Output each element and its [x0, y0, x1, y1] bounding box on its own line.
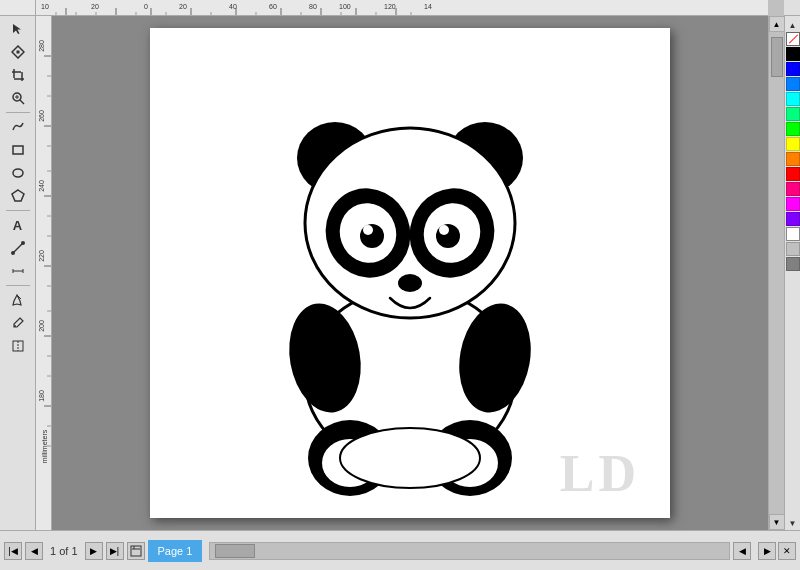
color-swatch-sky[interactable]: [786, 77, 800, 91]
color-swatch-rose[interactable]: [786, 182, 800, 196]
no-fill-swatch[interactable]: [786, 32, 800, 46]
snap-toggle[interactable]: ▶: [758, 542, 776, 560]
svg-text:120: 120: [384, 3, 396, 10]
prev-page-button[interactable]: ◀: [25, 542, 43, 560]
bottom-toolbar: ▶ ✕: [758, 542, 796, 560]
app-container: 10 20 0 20 40 60 80 100 120 14: [0, 0, 800, 570]
svg-line-42: [13, 243, 23, 253]
svg-rect-39: [13, 146, 23, 154]
polygon-tool[interactable]: [7, 185, 29, 207]
color-scroll-up[interactable]: ▲: [786, 18, 800, 32]
node-edit-tool[interactable]: [7, 41, 29, 63]
color-panel: ▲ ▼: [784, 16, 800, 530]
scrollbar-vertical[interactable]: ▲ ▼: [768, 16, 784, 530]
svg-text:260: 260: [38, 110, 45, 122]
svg-text:60: 60: [269, 3, 277, 10]
color-swatch-blue[interactable]: [786, 62, 800, 76]
crop-tool[interactable]: [7, 64, 29, 86]
interactive-fill-tool[interactable]: [7, 335, 29, 357]
color-swatch-magenta[interactable]: [786, 197, 800, 211]
svg-text:200: 200: [38, 320, 45, 332]
scroll-down-button[interactable]: ▼: [769, 514, 785, 530]
ellipse-tool[interactable]: [7, 162, 29, 184]
svg-point-43: [11, 251, 15, 255]
scroll-left-button[interactable]: ◀: [733, 542, 751, 560]
toolbar-divider3: [6, 285, 30, 286]
color-swatch-violet[interactable]: [786, 212, 800, 226]
color-swatch-gray[interactable]: [786, 257, 800, 271]
rectangle-tool[interactable]: [7, 139, 29, 161]
ruler-corner-right: [784, 0, 800, 16]
svg-text:220: 220: [38, 250, 45, 262]
svg-text:10: 10: [41, 3, 49, 10]
svg-point-49: [14, 325, 16, 327]
next-page-button[interactable]: ▶: [85, 542, 103, 560]
svg-point-44: [21, 241, 25, 245]
ruler-vertical: 280 260 240 220 200 180: [36, 16, 52, 530]
grid-toggle[interactable]: ✕: [778, 542, 796, 560]
pointer-tool[interactable]: [7, 18, 29, 40]
color-swatch-spring[interactable]: [786, 107, 800, 121]
scroll-thumb[interactable]: [771, 37, 783, 77]
zoom-tool[interactable]: [7, 87, 29, 109]
canvas-page[interactable]: LD: [150, 28, 670, 518]
svg-text:280: 280: [38, 40, 45, 52]
color-swatch-red[interactable]: [786, 167, 800, 181]
svg-text:20: 20: [91, 3, 99, 10]
color-swatch-white[interactable]: [786, 227, 800, 241]
color-swatch-black[interactable]: [786, 47, 800, 61]
scroll-track[interactable]: [769, 32, 784, 514]
svg-text:14: 14: [424, 3, 432, 10]
freehand-tool[interactable]: [7, 116, 29, 138]
watermark: LD: [560, 444, 640, 503]
color-swatch-cyan[interactable]: [786, 92, 800, 106]
color-swatch-yellow[interactable]: [786, 137, 800, 151]
page-count-text: 1 of 1: [46, 545, 82, 557]
svg-point-40: [13, 169, 23, 177]
add-page-button[interactable]: [127, 542, 145, 560]
toolbar-divider2: [6, 210, 30, 211]
svg-text:180: 180: [38, 390, 45, 402]
scrollbar-horizontal[interactable]: [209, 542, 730, 560]
color-swatch-green[interactable]: [786, 122, 800, 136]
status-bar: |◀ ◀ 1 of 1 ▶ ▶| Page 1 ◀ ▶ ✕: [0, 530, 800, 570]
svg-point-94: [439, 225, 449, 235]
color-swatch-orange[interactable]: [786, 152, 800, 166]
svg-point-86: [340, 428, 480, 488]
page-tab[interactable]: Page 1: [148, 540, 203, 562]
svg-text:20: 20: [179, 3, 187, 10]
ruler-horizontal: 10 20 0 20 40 60 80 100 120 14: [36, 0, 768, 16]
last-page-button[interactable]: ▶|: [106, 542, 124, 560]
ruler-unit-label: millimeters: [40, 430, 47, 463]
color-scroll-down[interactable]: ▼: [786, 516, 800, 530]
toolbar-left: A: [0, 16, 36, 530]
svg-rect-96: [131, 546, 141, 556]
ruler-corner: [0, 0, 36, 16]
svg-text:0: 0: [144, 3, 148, 10]
fill-tool[interactable]: [7, 289, 29, 311]
svg-point-92: [363, 225, 373, 235]
eyedropper-tool[interactable]: [7, 312, 29, 334]
svg-rect-30: [16, 51, 19, 54]
dimension-tool[interactable]: [7, 260, 29, 282]
text-tool[interactable]: A: [7, 214, 29, 236]
text-tool-icon: A: [13, 218, 22, 233]
canvas-area: LD: [52, 16, 768, 530]
svg-marker-41: [12, 190, 24, 201]
color-swatch-silver[interactable]: [786, 242, 800, 256]
svg-text:80: 80: [309, 3, 317, 10]
svg-point-95: [398, 274, 422, 292]
svg-text:100: 100: [339, 3, 351, 10]
first-page-button[interactable]: |◀: [4, 542, 22, 560]
connector-tool[interactable]: [7, 237, 29, 259]
scroll-up-button[interactable]: ▲: [769, 16, 785, 32]
svg-line-36: [20, 100, 24, 104]
toolbar-divider1: [6, 112, 30, 113]
hscroll-thumb[interactable]: [215, 544, 255, 558]
svg-text:240: 240: [38, 180, 45, 192]
